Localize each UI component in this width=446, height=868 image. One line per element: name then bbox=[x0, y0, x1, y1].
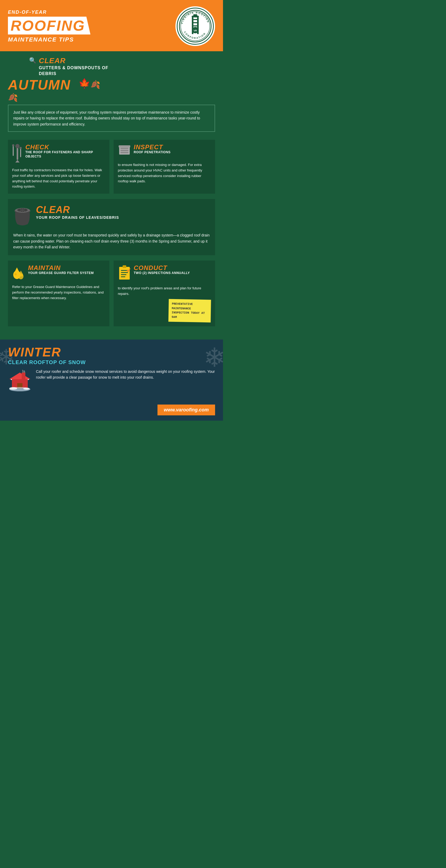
svg-marker-15 bbox=[15, 160, 20, 162]
svg-point-34 bbox=[14, 273, 17, 275]
svg-rect-13 bbox=[193, 14, 197, 17]
winter-section: ❄ ❄ WINTER CLEAR ROOFTOP OF SNOW bbox=[0, 340, 223, 402]
check-subtitle: THE ROOF FOR FASTENERS AND SHARP OBJECTS bbox=[25, 150, 105, 159]
svg-point-16 bbox=[15, 144, 20, 148]
svg-rect-8 bbox=[192, 25, 199, 26]
svg-point-20 bbox=[20, 147, 22, 149]
clear-gutters-sub2: DEBRIS bbox=[39, 71, 108, 76]
svg-rect-40 bbox=[121, 274, 126, 275]
inspect-card: INSPECT ROOF PENETRATIONS to ensure flas… bbox=[114, 140, 215, 194]
svg-rect-36 bbox=[119, 267, 130, 280]
conduct-title-wrap: CONDUCT TWO (2) INSPECTIONS ANNUALLY bbox=[134, 265, 190, 275]
main-content: 🔍 CLEAR GUTTERS & DOWNSPOUTS OF DEBRIS A… bbox=[0, 51, 223, 340]
maintain-card-header: MAINTAIN YOUR GREASE GUARD FILTER SYSTEM bbox=[12, 265, 105, 282]
clear-drains-subtitle: YOUR ROOF DRAINS OF LEAVES/DEBRIS bbox=[36, 215, 119, 220]
svg-rect-25 bbox=[119, 145, 130, 148]
inspect-title: INSPECT bbox=[134, 144, 171, 150]
svg-point-48 bbox=[9, 387, 17, 390]
svg-point-18 bbox=[12, 144, 14, 146]
roofing-banner: ROOFING bbox=[8, 17, 90, 35]
company-logo: VIRGINIA ROOFING CORPORATION VR bbox=[176, 6, 215, 46]
maintenance-tips-label: MAINTENANCE TIPS bbox=[8, 36, 90, 43]
autumn-title-block: AUTUMN 🍂 bbox=[8, 78, 76, 102]
check-body: Foot traffic by contractors increases th… bbox=[12, 167, 105, 189]
drain-icon bbox=[13, 204, 32, 229]
svg-marker-43 bbox=[9, 373, 30, 379]
maintain-title: MAINTAIN bbox=[28, 265, 94, 271]
svg-rect-39 bbox=[121, 272, 128, 273]
autumn-main-row: AUTUMN 🍂 🍁 🍂 bbox=[8, 78, 215, 102]
svg-rect-24 bbox=[121, 152, 128, 153]
inspect-title-wrap: INSPECT ROOF PENETRATIONS bbox=[134, 144, 171, 155]
check-title: CHECK bbox=[25, 144, 105, 150]
leaf-icon-3: 🍂 bbox=[90, 80, 100, 89]
winter-content: Call your roofer and schedule snow remov… bbox=[8, 369, 215, 397]
autumn-description-text: Just like any critical piece of equipmen… bbox=[13, 110, 210, 127]
check-inspect-row: CHECK THE ROOF FOR FASTENERS AND SHARP O… bbox=[8, 140, 215, 194]
clear-gutters-text: CLEAR GUTTERS & DOWNSPOUTS OF DEBRIS bbox=[39, 57, 108, 77]
check-card-header: CHECK THE ROOF FOR FASTENERS AND SHARP O… bbox=[12, 144, 105, 165]
clear-gutters-row: 🔍 CLEAR GUTTERS & DOWNSPOUTS OF DEBRIS bbox=[8, 57, 215, 77]
svg-rect-19 bbox=[20, 148, 21, 157]
header: END-OF-YEAR ROOFING MAINTENANCE TIPS VIR… bbox=[0, 0, 223, 51]
conduct-card-header: CONDUCT TWO (2) INSPECTIONS ANNUALLY bbox=[118, 265, 211, 283]
clear-drains-section: CLEAR YOUR ROOF DRAINS OF LEAVES/DEBRIS … bbox=[8, 199, 215, 255]
conduct-body: to identify your roof's problem areas an… bbox=[118, 286, 211, 297]
autumn-section: 🔍 CLEAR GUTTERS & DOWNSPOUTS OF DEBRIS A… bbox=[8, 51, 215, 140]
check-card: CHECK THE ROOF FOR FASTENERS AND SHARP O… bbox=[8, 140, 109, 194]
snow-roof-icon bbox=[8, 369, 32, 397]
clipboard-icon bbox=[118, 265, 131, 283]
logo-svg: VIRGINIA ROOFING CORPORATION VR bbox=[178, 9, 213, 43]
clear-drains-body: When it rains, the water on your roof mu… bbox=[13, 232, 210, 250]
svg-rect-23 bbox=[121, 150, 128, 151]
magnifier-icon: 🔍 bbox=[29, 57, 36, 64]
leaves-decoration: 🍁 🍂 bbox=[78, 78, 100, 89]
leaf-icon-2: 🍁 bbox=[78, 78, 90, 89]
clear-drains-title: CLEAR bbox=[36, 204, 119, 215]
fasteners-icon bbox=[12, 144, 23, 165]
svg-text:VR: VR bbox=[194, 29, 197, 32]
clear-title-top: CLEAR bbox=[39, 57, 108, 65]
clear-drains-title-wrap: CLEAR YOUR ROOF DRAINS OF LEAVES/DEBRIS bbox=[36, 204, 119, 220]
clear-drains-top: CLEAR YOUR ROOF DRAINS OF LEAVES/DEBRIS bbox=[13, 204, 210, 229]
clear-gutters-sub1: GUTTERS & DOWNSPOUTS OF bbox=[39, 65, 108, 71]
svg-rect-41 bbox=[121, 276, 125, 277]
winter-bg: WINTER CLEAR ROOFTOP OF SNOW bbox=[8, 345, 215, 397]
maintain-subtitle: YOUR GREASE GUARD FILTER SYSTEM bbox=[28, 271, 94, 275]
water-drops-icon bbox=[12, 265, 25, 282]
autumn-description-box: Just like any critical piece of equipmen… bbox=[8, 105, 215, 132]
svg-point-49 bbox=[23, 388, 30, 390]
header-left: END-OF-YEAR ROOFING MAINTENANCE TIPS bbox=[8, 9, 90, 43]
svg-rect-37 bbox=[123, 265, 126, 268]
maintain-title-wrap: MAINTAIN YOUR GREASE GUARD FILTER SYSTEM bbox=[28, 265, 94, 275]
logo-inner: VIRGINIA ROOFING CORPORATION VR bbox=[177, 8, 214, 45]
maintain-body: Refer to your Grease Guard Maintenance G… bbox=[12, 284, 105, 301]
winter-text: Call your roofer and schedule snow remov… bbox=[36, 369, 215, 380]
conduct-subtitle: TWO (2) INSPECTIONS ANNUALLY bbox=[134, 271, 190, 275]
sticky-note: PREVENTATIVE MAINTENANCE INSPECTION TODA… bbox=[168, 299, 211, 322]
inspect-subtitle: ROOF PENETRATIONS bbox=[134, 150, 171, 155]
conduct-title: CONDUCT bbox=[134, 265, 190, 271]
conduct-card: CONDUCT TWO (2) INSPECTIONS ANNUALLY to … bbox=[114, 260, 215, 326]
check-title-wrap: CHECK THE ROOF FOR FASTENERS AND SHARP O… bbox=[25, 144, 105, 159]
autumn-leaves-row: 🍂 bbox=[8, 93, 76, 102]
inspect-body: to ensure flashing is not missing or dam… bbox=[118, 162, 211, 184]
inspect-card-header: INSPECT ROOF PENETRATIONS bbox=[118, 144, 211, 160]
maintain-conduct-row: MAINTAIN YOUR GREASE GUARD FILTER SYSTEM… bbox=[8, 260, 215, 326]
winter-subtitle: CLEAR ROOFTOP OF SNOW bbox=[8, 359, 215, 366]
svg-rect-22 bbox=[121, 148, 128, 149]
footer: www.varoofing.com bbox=[0, 402, 223, 421]
website-url[interactable]: www.varoofing.com bbox=[157, 405, 215, 415]
svg-rect-17 bbox=[13, 145, 14, 156]
svg-rect-45 bbox=[22, 373, 25, 379]
hvac-icon bbox=[118, 144, 131, 160]
winter-season-label: WINTER bbox=[8, 345, 215, 359]
svg-rect-7 bbox=[192, 22, 199, 23]
maintain-card: MAINTAIN YOUR GREASE GUARD FILTER SYSTEM… bbox=[8, 260, 109, 326]
leaf-icon-1: 🍂 bbox=[8, 93, 18, 102]
svg-rect-6 bbox=[192, 19, 199, 20]
autumn-season-label: AUTUMN bbox=[8, 78, 70, 92]
roofing-title: ROOFING bbox=[10, 17, 85, 34]
header-subtitle-top: END-OF-YEAR bbox=[8, 9, 90, 15]
